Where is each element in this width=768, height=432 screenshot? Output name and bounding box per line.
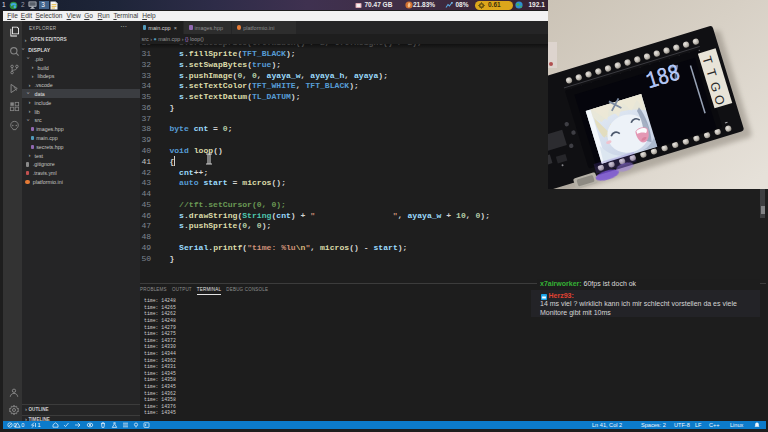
svg-text:1: 1 (38, 423, 41, 429)
svg-text:0: 0 (13, 423, 16, 429)
svg-text:0: 0 (21, 423, 24, 429)
